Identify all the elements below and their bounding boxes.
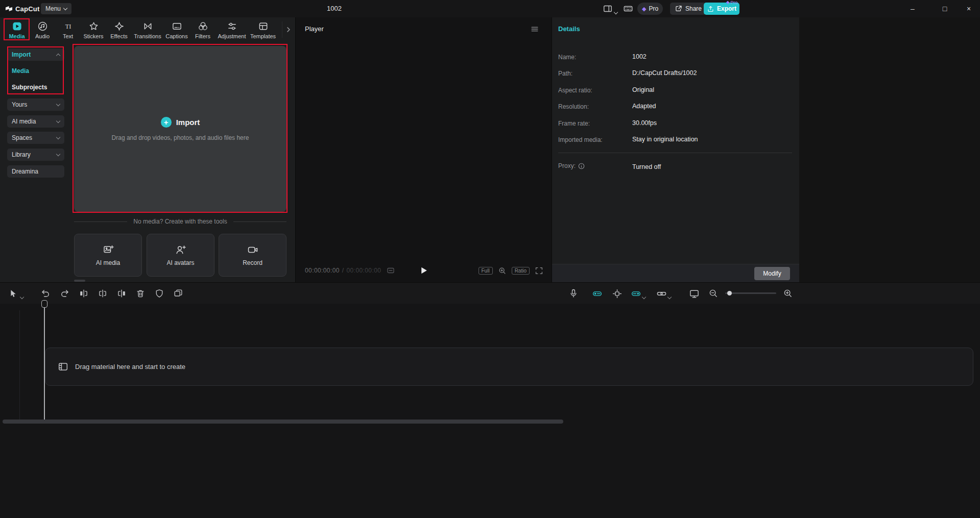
redo-icon[interactable] — [59, 288, 70, 299]
svg-text:TI: TI — [65, 23, 71, 30]
plus-circle-icon: + — [161, 117, 172, 128]
ai-avatars-card[interactable]: AI avatars — [147, 234, 214, 277]
tabs-overflow-button[interactable] — [282, 21, 295, 38]
sliders-icon — [227, 21, 237, 32]
details-row-name: Name: 1002 — [552, 52, 799, 62]
templates-icon — [258, 21, 269, 32]
sidebar-item-spaces[interactable]: Spaces — [7, 132, 64, 144]
chevron-down-icon[interactable] — [642, 291, 646, 301]
delete-icon[interactable] — [135, 288, 146, 299]
undo-icon[interactable] — [40, 288, 51, 299]
chevron-down-icon[interactable] — [614, 7, 617, 16]
tab-stickers[interactable]: Stickers — [80, 19, 107, 41]
tab-audio[interactable]: Audio — [30, 19, 55, 41]
ai-avatars-icon — [175, 244, 186, 255]
chevron-down-icon — [56, 152, 60, 156]
preview-axis-icon[interactable] — [688, 288, 700, 299]
tab-captions[interactable]: Captions — [162, 19, 191, 41]
details-panel: Details Name: 1002 Path: D:/CapCut Draft… — [552, 17, 799, 282]
playhead-handle[interactable] — [41, 300, 47, 308]
workspace-layout-icon[interactable] — [603, 4, 613, 14]
tab-transitions[interactable]: Transitions — [132, 19, 163, 41]
player-title: Player — [305, 25, 324, 33]
details-row-aspect-ratio: Aspect ratio: Original — [552, 85, 799, 95]
delete-left-split-icon[interactable] — [78, 288, 89, 299]
ratio-button[interactable]: Ratio — [512, 267, 530, 275]
details-row-proxy: Proxy: — [558, 162, 585, 169]
tab-media[interactable]: Media — [4, 19, 30, 41]
record-card[interactable]: Record — [219, 234, 286, 277]
sidebar-item-library[interactable]: Library — [7, 149, 64, 161]
sidebar-item-media[interactable]: Media — [7, 65, 64, 77]
sidebar-item-ai-media[interactable]: AI media — [7, 115, 64, 128]
modify-button[interactable]: Modify — [754, 267, 790, 280]
sticker-star-icon — [88, 21, 99, 32]
close-button[interactable]: × — [958, 0, 980, 17]
tab-adjustment[interactable]: Adjustment — [216, 19, 248, 41]
chevron-down-icon[interactable] — [668, 291, 671, 301]
zoom-slider-handle[interactable] — [727, 291, 732, 295]
maximize-button[interactable]: □ — [934, 0, 956, 17]
sidebar-item-import[interactable]: Import — [7, 48, 64, 61]
camera-icon — [247, 244, 258, 255]
logo-text: CapCut — [15, 5, 39, 13]
share-button[interactable]: Share — [670, 3, 706, 15]
minimize-button[interactable]: – — [901, 0, 924, 17]
compound-clip-icon[interactable] — [173, 288, 184, 299]
chevron-down-icon — [63, 6, 67, 10]
filters-icon — [198, 21, 208, 32]
sidebar-item-dreamina[interactable]: Dreamina — [7, 165, 64, 178]
captions-icon — [172, 21, 182, 32]
tab-filters[interactable]: Filters — [191, 19, 214, 41]
export-label: Export — [717, 5, 736, 12]
voiceover-mic-icon[interactable] — [568, 288, 579, 299]
tab-text[interactable]: TI Text — [55, 19, 81, 41]
keyboard-shortcuts-icon[interactable] — [623, 4, 633, 14]
delete-right-split-icon[interactable] — [116, 288, 127, 299]
full-button[interactable]: Full — [479, 267, 493, 275]
info-icon[interactable] — [578, 163, 585, 169]
media-sidebar: Import Media Subprojects Yours AI media … — [0, 42, 71, 282]
timecode: 00:00:00:00 / 00:00:00:00 — [305, 263, 395, 278]
link-clips-icon[interactable] — [656, 288, 667, 299]
timeline-drop-zone[interactable]: Drag material here and start to create — [45, 348, 973, 386]
duration-box-icon[interactable] — [387, 266, 395, 275]
split-icon[interactable] — [97, 288, 108, 299]
zoom-magnifier-icon[interactable] — [498, 266, 507, 275]
fullscreen-icon[interactable] — [535, 266, 543, 275]
capcut-logo-icon — [5, 5, 13, 12]
menu-button[interactable]: Menu — [41, 3, 71, 14]
timeline-zoom-slider[interactable] — [725, 292, 776, 294]
tab-effects[interactable]: Effects — [107, 19, 131, 41]
player-menu-icon[interactable] — [530, 24, 539, 34]
mask-shield-icon[interactable] — [154, 288, 165, 299]
current-time: 00:00:00:00 — [305, 267, 340, 274]
media-icon — [12, 21, 22, 32]
import-drop-area[interactable]: + Import Drag and drop videos, photos, a… — [74, 46, 286, 212]
details-row-resolution: Resolution: Adapted — [552, 102, 799, 112]
zoom-in-icon[interactable] — [782, 288, 794, 299]
select-tool-icon[interactable] — [7, 288, 18, 299]
tab-templates[interactable]: Templates — [247, 19, 279, 41]
chevron-down-icon — [56, 102, 60, 106]
free-position-toggle-icon[interactable] — [611, 288, 623, 299]
asset-tab-bar: Media Audio TI Text Stickers — [0, 17, 295, 42]
import-title: Import — [176, 118, 200, 127]
details-row-path: Path: D:/CapCut Drafts/1002 — [552, 68, 799, 79]
pro-button[interactable]: ◆ Pro — [637, 3, 663, 15]
timeline-scrollbar[interactable] — [3, 420, 563, 424]
details-title: Details — [558, 25, 580, 33]
play-button[interactable] — [419, 266, 428, 275]
ai-media-icon — [103, 244, 114, 255]
text-icon: TI — [63, 21, 74, 32]
chevron-down-icon — [56, 135, 60, 139]
zoom-out-icon[interactable] — [708, 288, 719, 299]
ai-media-card[interactable]: AI media — [74, 234, 142, 277]
sidebar-item-subprojects[interactable]: Subprojects — [7, 82, 64, 93]
chevron-down-icon[interactable] — [20, 291, 23, 301]
main-track-magnet-toggle-icon[interactable] — [591, 288, 603, 299]
media-panel-scrollbar[interactable] — [74, 280, 85, 282]
auto-link-toggle-icon[interactable] — [630, 288, 641, 299]
sidebar-item-yours[interactable]: Yours — [7, 98, 64, 111]
details-row-imported-media: Imported media: Stay in original locatio… — [552, 135, 799, 145]
